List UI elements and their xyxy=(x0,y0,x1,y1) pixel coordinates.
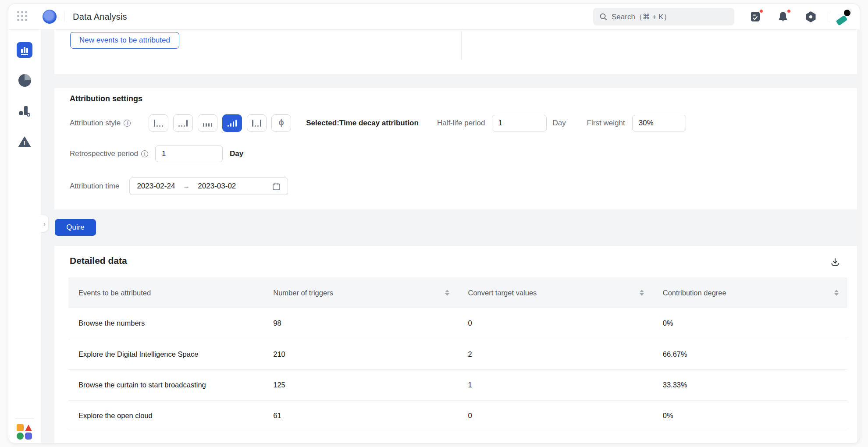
sort-icon[interactable] xyxy=(640,290,644,296)
first-weight-input[interactable] xyxy=(632,115,686,131)
col-contribution[interactable]: Contribution degree xyxy=(653,277,847,308)
attribution-settings-panel: Attribution settings Attribution style i xyxy=(54,88,857,209)
sidebar: ! xyxy=(8,30,41,443)
cell-converts: 2 xyxy=(458,339,653,369)
col-triggers[interactable]: Number of triggers xyxy=(263,277,458,308)
retrospective-period-info-icon[interactable]: i xyxy=(141,150,148,157)
tasks-badge xyxy=(759,9,763,13)
retrospective-period-label: Retrospective period xyxy=(70,149,138,158)
detailed-data-title: Detailed data xyxy=(70,255,127,266)
cell-triggers: 210 xyxy=(263,339,458,369)
table-row: Browse the curtain to start broadcasting… xyxy=(68,369,847,400)
sort-icon[interactable] xyxy=(445,290,449,296)
notifications-badge xyxy=(787,9,791,13)
cell-event: Explore the open cloud xyxy=(68,400,263,431)
style-custom-button[interactable]: ϕ xyxy=(271,114,291,132)
detailed-data-table: Events to be attributed Number of trigge… xyxy=(68,277,847,431)
new-events-button[interactable]: New events to be attributed xyxy=(70,32,179,49)
cell-contribution: 0% xyxy=(653,400,847,431)
main-content: New events to be attributed Attribution … xyxy=(41,30,860,443)
topbar-divider xyxy=(64,12,64,21)
style-u-shaped-button[interactable] xyxy=(247,114,267,132)
style-last-touch-button[interactable] xyxy=(173,114,193,132)
col-events: Events to be attributed xyxy=(68,277,263,308)
retrospective-period-unit: Day xyxy=(230,149,243,158)
cell-converts: 1 xyxy=(458,369,653,400)
cell-event: Browse the numbers xyxy=(68,308,263,339)
cell-event: Explore the Digital Intelligence Space xyxy=(68,339,263,369)
column-chart-icon xyxy=(19,105,30,117)
search-placeholder: Search（⌘ + K） xyxy=(612,12,671,22)
calendar-icon xyxy=(272,182,281,191)
events-panel: New events to be attributed xyxy=(54,30,857,74)
sort-icon[interactable] xyxy=(834,290,839,296)
attribution-style-info-icon[interactable]: i xyxy=(124,120,131,127)
cell-triggers: 61 xyxy=(263,400,458,431)
sidebar-item-alerts[interactable]: ! xyxy=(17,134,32,149)
bar-chart-icon xyxy=(21,47,28,53)
sidebar-item-metric-analysis[interactable] xyxy=(17,103,32,119)
table-header-row: Events to be attributed Number of trigge… xyxy=(68,277,847,308)
sidebar-item-pie-analysis[interactable] xyxy=(17,72,32,88)
attribution-time-range-picker[interactable]: 2023-02-24 → 2023-03-02 xyxy=(129,177,288,195)
selected-style-text: Selected:Time decay attribution xyxy=(306,119,419,128)
cell-converts: 0 xyxy=(458,400,653,431)
end-date: 2023-03-02 xyxy=(198,182,236,191)
attribution-style-options: ϕ xyxy=(149,114,291,132)
cell-contribution: 33.33% xyxy=(653,369,847,400)
half-life-unit: Day xyxy=(553,119,566,128)
avatar[interactable] xyxy=(836,9,852,25)
half-life-label: Half-life period xyxy=(437,119,485,128)
cell-converts: 0 xyxy=(458,308,653,339)
attribution-style-label: Attribution style xyxy=(70,119,121,128)
cell-contribution: 0% xyxy=(653,308,847,339)
sidebar-item-dashboard[interactable] xyxy=(17,42,32,58)
search-input[interactable]: Search（⌘ + K） xyxy=(593,8,734,25)
panel-column-divider xyxy=(461,31,462,60)
range-arrow-icon: → xyxy=(183,182,190,190)
cell-contribution: 66.67% xyxy=(653,339,847,369)
pie-chart-icon xyxy=(18,74,31,87)
retrospective-period-input[interactable] xyxy=(155,145,223,162)
sidebar-divider xyxy=(15,418,34,419)
warning-triangle-icon: ! xyxy=(18,136,31,147)
notifications-bell-icon[interactable] xyxy=(776,10,790,23)
first-weight-label: First weight xyxy=(587,119,625,128)
topbar-separator xyxy=(828,11,828,22)
style-first-touch-button[interactable] xyxy=(149,114,168,132)
style-linear-button[interactable] xyxy=(198,114,217,132)
col-converts[interactable]: Convert target values xyxy=(458,277,653,308)
half-life-input[interactable] xyxy=(492,115,547,131)
apps-grid-icon[interactable] xyxy=(17,11,28,22)
style-time-decay-button-selected[interactable] xyxy=(222,114,242,132)
download-icon[interactable] xyxy=(830,257,840,270)
collapse-panel-handle[interactable]: › xyxy=(41,215,48,232)
table-row: Explore the Digital Intelligence Space 2… xyxy=(68,339,847,369)
table-row: Explore the open cloud 61 0 0% xyxy=(68,400,847,431)
page-title: Data Analysis xyxy=(73,12,127,22)
cell-triggers: 125 xyxy=(263,369,458,400)
top-bar: Data Analysis Search（⌘ + K） xyxy=(8,4,860,30)
detailed-data-panel: Detailed data Events to be attributed Nu… xyxy=(54,246,857,443)
attribution-settings-title: Attribution settings xyxy=(70,94,142,103)
search-icon xyxy=(599,13,607,21)
workspace-shapes-icon[interactable] xyxy=(17,424,32,440)
table-row: Browse the numbers 98 0 0% xyxy=(68,308,847,339)
cell-triggers: 98 xyxy=(263,308,458,339)
start-date: 2023-02-24 xyxy=(137,182,175,191)
cell-event: Browse the curtain to start broadcasting xyxy=(68,369,263,400)
settings-hexagon-icon[interactable] xyxy=(804,10,817,23)
query-button[interactable]: Quire xyxy=(55,219,96,236)
tasks-icon[interactable] xyxy=(749,10,762,23)
app-window: Data Analysis Search（⌘ + K） xyxy=(8,4,860,443)
attribution-time-label: Attribution time xyxy=(70,182,119,191)
app-logo-icon[interactable] xyxy=(43,10,57,24)
